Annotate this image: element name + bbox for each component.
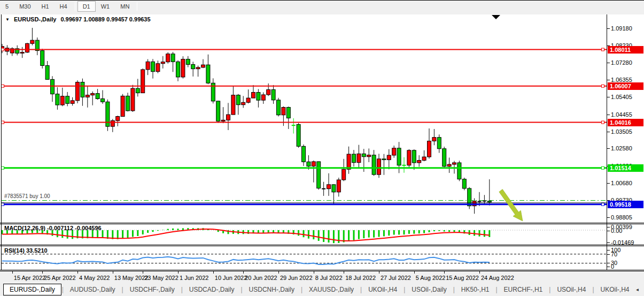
price-badge: 1.01514 xyxy=(608,164,643,172)
panel-separator-main-macd[interactable] xyxy=(0,223,644,223)
price-tick-mark xyxy=(607,183,610,184)
date-tick-mark xyxy=(444,271,445,274)
chart-tab-bar: EURUSD-,Daily|AUDUSD-,Daily|USDCHF-,Dail… xyxy=(0,283,644,296)
chart-tab-eurchf-h1[interactable]: EURCHF-,H1 xyxy=(498,284,549,295)
panel-separator-macd-rsi-2[interactable] xyxy=(0,246,644,246)
mt4-application-window: 5M30H1H4D1W1MN ▼ EURUSD-,Daily 0.99697 1… xyxy=(0,0,644,296)
toolbar-separator xyxy=(75,2,75,11)
down-arrow-annotation xyxy=(499,189,523,221)
date-tick-mark xyxy=(12,271,13,274)
timeframe-button-H1[interactable]: H1 xyxy=(36,1,55,12)
price-tick-mark xyxy=(607,63,610,63)
chart-tab-usdcad-daily[interactable]: USDCAD-,Daily xyxy=(183,284,240,295)
date-tick-label: 15 Aug 2022 xyxy=(446,275,479,281)
chart-tab-usdchf-daily[interactable]: USDCHF-,Daily xyxy=(124,284,181,295)
timeframe-button-5[interactable]: 5 xyxy=(0,1,14,12)
date-tick-mark xyxy=(42,271,43,274)
chart-bottom-border xyxy=(0,270,644,270)
date-tick-mark xyxy=(77,271,78,274)
date-tick-mark xyxy=(243,271,244,274)
macd-indicator-label: MACD(12,26,9) -0.007112 -0.004596 xyxy=(4,225,102,231)
price-tick-mark xyxy=(607,132,610,132)
price-badge: 0.99518 xyxy=(608,201,643,208)
price-tick-label: 1.04455 xyxy=(611,111,632,118)
price-badge: 1.06007 xyxy=(608,82,643,90)
date-tick-label: 1 Jun 2022 xyxy=(180,275,208,281)
price-tick-mark xyxy=(607,267,610,267)
rsi-axis-label: 0 xyxy=(611,263,614,270)
price-tick-label: 1.05405 xyxy=(611,94,632,100)
date-tick-mark xyxy=(479,271,480,274)
date-tick-mark xyxy=(414,271,415,274)
date-tick-label: 24 Aug 2022 xyxy=(481,275,514,281)
timeframe-button-MN[interactable]: MN xyxy=(115,1,135,12)
price-tick-label: 1.03505 xyxy=(611,128,632,135)
toolbar-separator xyxy=(137,2,137,11)
date-axis: 15 Apr 202225 Apr 20224 May 202213 May 2… xyxy=(0,271,644,283)
panel-separator-macd-rsi[interactable] xyxy=(0,245,644,245)
open-order-label[interactable]: #7835571 buy 1.00 xyxy=(4,193,50,199)
timeframe-button-W1[interactable]: W1 xyxy=(96,1,115,12)
price-tick-mark xyxy=(607,115,610,115)
chart-title-row: ▼ EURUSD-,Daily 0.99697 1.00889 0.99457 … xyxy=(5,16,151,22)
price-badge: 1.08011 xyxy=(608,46,643,54)
price-tick-mark xyxy=(607,227,610,227)
chart-tab-usoil-daily[interactable]: USOil-,Daily xyxy=(406,284,452,295)
date-tick-mark xyxy=(379,271,379,274)
date-tick-label: 13 May 2022 xyxy=(114,275,149,281)
rsi-canvas[interactable] xyxy=(2,247,607,270)
macd-axis-label: 0.00 xyxy=(611,227,622,234)
tab-scroll-controls: ◄► xyxy=(635,287,644,292)
chart-tab-eurusd-daily[interactable]: EURUSD-,Daily xyxy=(3,284,61,295)
price-tick-mark xyxy=(607,231,610,231)
chart-tab-usoil-h4[interactable]: USOil-,H4 xyxy=(551,284,592,295)
date-tick-label: 27 Jul 2022 xyxy=(381,275,411,281)
price-tick-mark xyxy=(607,254,610,255)
price-badge: 1.04016 xyxy=(608,119,643,126)
main-chart-canvas[interactable] xyxy=(2,14,607,222)
timeframe-button-H4[interactable]: H4 xyxy=(55,1,73,12)
chart-tab-xauusd-daily[interactable]: XAUUSD-,Daily xyxy=(303,284,360,295)
price-tick-mark xyxy=(607,217,610,218)
timeframe-button-M30[interactable]: M30 xyxy=(14,1,36,12)
date-tick-mark xyxy=(344,271,344,274)
price-tick-label: 1.09180 xyxy=(611,25,632,32)
date-tick-mark xyxy=(213,271,214,274)
price-tick-mark xyxy=(607,242,610,243)
rsi-indicator-label: RSI(14) 33.5210 xyxy=(4,247,48,254)
timeframe-toolbar: 5M30H1H4D1W1MN xyxy=(0,0,644,13)
price-tick-mark xyxy=(607,263,610,263)
price-axis: 1.091801.082301.072801.063551.054051.044… xyxy=(607,14,644,271)
date-tick-mark xyxy=(314,271,314,274)
chart-tab-ukoil-h4[interactable]: UKOil-,H4 xyxy=(595,284,635,295)
date-tick-label: 4 May 2022 xyxy=(79,275,110,281)
price-tick-label: 0.98805 xyxy=(611,214,632,221)
symbol-dropdown-icon[interactable]: ▼ xyxy=(5,17,10,22)
chart-title: EURUSD-,Daily xyxy=(14,16,56,22)
date-tick-mark xyxy=(178,271,179,274)
date-tick-label: 5 Aug 2022 xyxy=(416,275,446,281)
chart-ohlc-values: 0.99697 1.00889 0.99457 0.99635 xyxy=(60,16,150,22)
price-tick-label: 1.07280 xyxy=(611,59,632,66)
price-tick-mark xyxy=(607,250,610,251)
price-tick-label: 1.00680 xyxy=(611,180,632,186)
chart-tab-audusd-daily[interactable]: AUDUSD-,Daily xyxy=(64,284,121,295)
chart-tab-ukoil-h4[interactable]: UKOil-,H4 xyxy=(362,284,403,295)
chart-top-border xyxy=(0,0,644,1)
date-tick-label: 29 Jun 2022 xyxy=(280,275,313,281)
rsi-axis-label: 70 xyxy=(611,251,617,257)
price-tick-mark xyxy=(607,28,610,29)
date-tick-label: 10 Jun 2022 xyxy=(215,275,247,281)
date-tick-label: 20 Jun 2022 xyxy=(245,275,277,281)
date-tick-mark xyxy=(113,271,113,274)
date-tick-mark xyxy=(143,271,143,274)
chart-tab-usdcnh-daily[interactable]: USDCNH-,Daily xyxy=(243,284,300,295)
macd-axis-label: -0.01469 xyxy=(611,239,634,246)
timeframe-button-D1[interactable]: D1 xyxy=(77,1,96,12)
chart-tab-hk50-h1[interactable]: HK50-,H1 xyxy=(455,284,495,295)
date-tick-label: 8 Jul 2022 xyxy=(315,275,343,281)
date-tick-label: 18 Jul 2022 xyxy=(345,275,376,281)
tab-scroll-left-icon[interactable]: ◄ xyxy=(635,287,640,292)
date-tick-mark xyxy=(278,271,279,274)
date-tick-label: 15 Apr 2022 xyxy=(14,275,45,281)
